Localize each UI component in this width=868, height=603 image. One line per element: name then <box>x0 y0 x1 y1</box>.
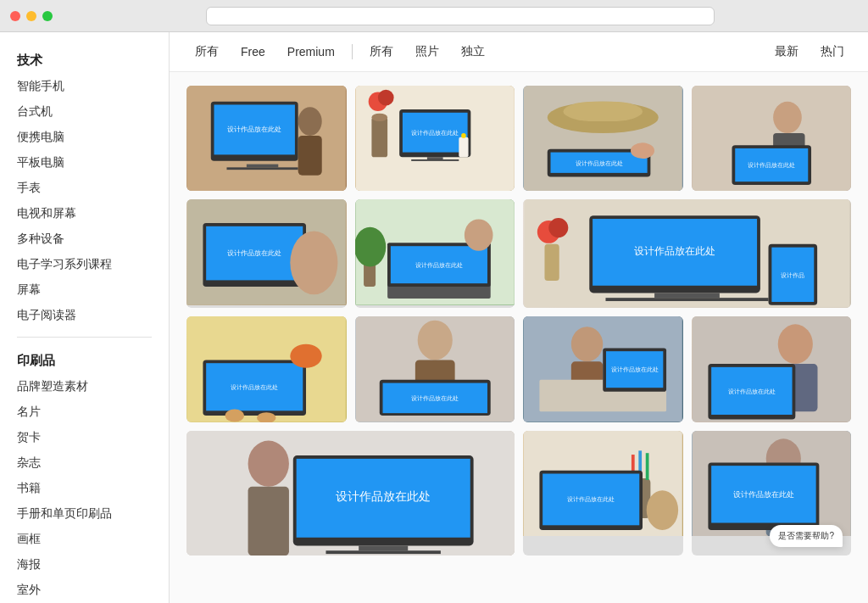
sidebar-item-magazine[interactable]: 杂志 <box>0 450 169 476</box>
svg-rect-86 <box>248 486 289 555</box>
svg-rect-18 <box>459 137 468 157</box>
titlebar <box>0 0 868 32</box>
svg-point-64 <box>290 344 321 368</box>
sidebar-item-elearning[interactable]: 电子学习系列课程 <box>0 252 169 277</box>
sidebar-item-ereader[interactable]: 电子阅读器 <box>0 303 169 328</box>
grid-item-5[interactable]: 设计作品放在此处 <box>186 199 347 308</box>
svg-text:设计作品放在此处: 设计作品放在此处 <box>227 125 281 133</box>
sort-controls: 最新 热门 <box>768 41 851 63</box>
grid-item-6[interactable]: 设计作品放在此处 <box>355 199 515 308</box>
filter-standalone[interactable]: 独立 <box>453 41 493 63</box>
sidebar: 技术 智能手机 台式机 便携电脑 平板电脑 手表 电视和屏幕 多种设备 电子学习… <box>0 32 170 603</box>
filter-photo[interactable]: 照片 <box>407 41 448 63</box>
svg-text:设计作品: 设计作品 <box>781 273 804 279</box>
svg-point-6 <box>298 107 322 136</box>
svg-rect-96 <box>646 453 649 480</box>
window-controls <box>10 11 53 21</box>
filter-premium[interactable]: Premium <box>279 42 343 62</box>
sidebar-item-watch[interactable]: 手表 <box>0 176 169 201</box>
grid-item-10[interactable]: 设计作品放在此处 <box>355 316 515 422</box>
svg-text:设计作品放在此处: 设计作品放在此处 <box>732 489 793 498</box>
svg-text:设计作品放在此处: 设计作品放在此处 <box>415 262 462 270</box>
sidebar-item-business-card[interactable]: 名片 <box>0 399 169 425</box>
top-bar-divider <box>352 44 353 59</box>
grid-item-12[interactable]: 设计作品放在此处 <box>692 316 852 422</box>
svg-rect-12 <box>426 157 442 159</box>
filter-free[interactable]: Free <box>232 42 274 62</box>
svg-rect-13 <box>411 159 459 161</box>
svg-point-19 <box>461 133 466 138</box>
svg-rect-47 <box>544 244 559 281</box>
svg-point-26 <box>631 142 654 159</box>
sidebar-item-brochure[interactable]: 手册和单页印刷品 <box>0 501 169 527</box>
main-layout: 技术 智能手机 台式机 便携电脑 平板电脑 手表 电视和屏幕 多种设备 电子学习… <box>0 32 868 603</box>
image-grid: 设计作品放在此处 New 🔒 Locked <box>170 72 868 569</box>
svg-text:设计作品放在此处: 设计作品放在此处 <box>634 247 715 257</box>
svg-point-66 <box>417 321 452 360</box>
grid-item-15[interactable]: 设计作品放在此处 是否需要帮助? <box>692 431 852 556</box>
svg-point-100 <box>647 490 678 530</box>
sidebar-item-screen[interactable]: 屏幕 <box>0 277 169 303</box>
svg-point-37 <box>290 232 337 295</box>
svg-rect-22 <box>563 102 643 121</box>
svg-point-85 <box>248 440 289 486</box>
svg-point-49 <box>548 218 568 237</box>
grid-item-11[interactable]: 设计作品放在此处 <box>523 316 683 422</box>
svg-text:设计作品放在此处: 设计作品放在此处 <box>748 161 795 169</box>
chat-bubble[interactable]: 是否需要帮助? <box>770 525 843 547</box>
svg-point-15 <box>371 114 387 121</box>
svg-point-45 <box>464 220 492 251</box>
svg-point-62 <box>225 410 244 422</box>
svg-rect-4 <box>247 165 278 168</box>
sidebar-item-multidevice[interactable]: 多种设备 <box>0 226 169 252</box>
grid-item-7[interactable]: New 🔒 Locked <box>523 199 851 308</box>
content-area: 所有 Free Premium 所有 照片 独立 最新 热门 <box>170 32 868 603</box>
svg-text:设计作品放在此处: 设计作品放在此处 <box>567 495 615 503</box>
grid-item-9[interactable]: New 🔒 Locked 设计作品放在此处 <box>186 316 347 422</box>
minimize-button[interactable] <box>26 11 36 21</box>
sidebar-item-laptop[interactable]: 便携电脑 <box>0 125 169 150</box>
grid-item-1[interactable]: 设计作品放在此处 <box>186 86 347 191</box>
sidebar-divider-1 <box>17 337 152 338</box>
sidebar-item-desktop[interactable]: 台式机 <box>0 99 169 125</box>
sort-newest[interactable]: 最新 <box>768 41 805 63</box>
svg-text:设计作品放在此处: 设计作品放在此处 <box>576 159 623 167</box>
sidebar-item-tv[interactable]: 电视和屏幕 <box>0 201 169 226</box>
maximize-button[interactable] <box>42 11 53 21</box>
filter-all-2[interactable]: 所有 <box>361 41 402 63</box>
svg-text:设计作品放在此处: 设计作品放在此处 <box>336 490 431 503</box>
sidebar-item-greeting-card[interactable]: 贺卡 <box>0 425 169 450</box>
svg-text:设计作品放在此处: 设计作品放在此处 <box>727 388 775 395</box>
sidebar-item-outdoor[interactable]: 室外 <box>0 578 169 603</box>
sidebar-item-branding[interactable]: 品牌塑造素材 <box>0 374 169 399</box>
svg-text:设计作品放在此处: 设计作品放在此处 <box>227 249 281 258</box>
svg-point-40 <box>355 227 386 267</box>
svg-rect-91 <box>326 550 440 554</box>
svg-rect-53 <box>654 293 720 299</box>
svg-rect-90 <box>359 545 408 550</box>
grid-item-13[interactable]: 设计作品放在此处 <box>186 431 515 556</box>
grid-item-4[interactable]: 设计作品放在此处 <box>692 86 852 191</box>
close-button[interactable] <box>10 11 20 21</box>
top-bar: 所有 Free Premium 所有 照片 独立 最新 热门 <box>170 32 868 72</box>
svg-rect-7 <box>298 136 322 176</box>
svg-point-28 <box>773 102 802 133</box>
svg-text:设计作品放在此处: 设计作品放在此处 <box>231 383 278 391</box>
sidebar-item-frame[interactable]: 画框 <box>0 527 169 552</box>
sidebar-item-books[interactable]: 书籍 <box>0 476 169 501</box>
svg-point-72 <box>571 327 603 361</box>
url-bar[interactable] <box>206 7 715 25</box>
grid-item-3[interactable]: 设计作品放在此处 <box>523 86 683 191</box>
svg-text:设计作品放在此处: 设计作品放在此处 <box>411 394 459 402</box>
sort-popular[interactable]: 热门 <box>814 41 851 63</box>
sidebar-item-tablet[interactable]: 平板电脑 <box>0 150 169 176</box>
sidebar-section-tech: 技术 <box>0 46 169 74</box>
sidebar-item-poster[interactable]: 海报 <box>0 552 169 578</box>
svg-point-17 <box>377 90 393 106</box>
filter-all-1[interactable]: 所有 <box>186 41 227 63</box>
sidebar-item-smartphone[interactable]: 智能手机 <box>0 74 169 99</box>
grid-item-14[interactable]: 设计作品放在此处 <box>523 431 683 556</box>
svg-rect-54 <box>605 299 768 302</box>
grid-item-2[interactable]: New 🔒 Locked 设计作品放在此处 <box>355 86 515 191</box>
svg-text:设计作品放在此处: 设计作品放在此处 <box>411 129 459 137</box>
